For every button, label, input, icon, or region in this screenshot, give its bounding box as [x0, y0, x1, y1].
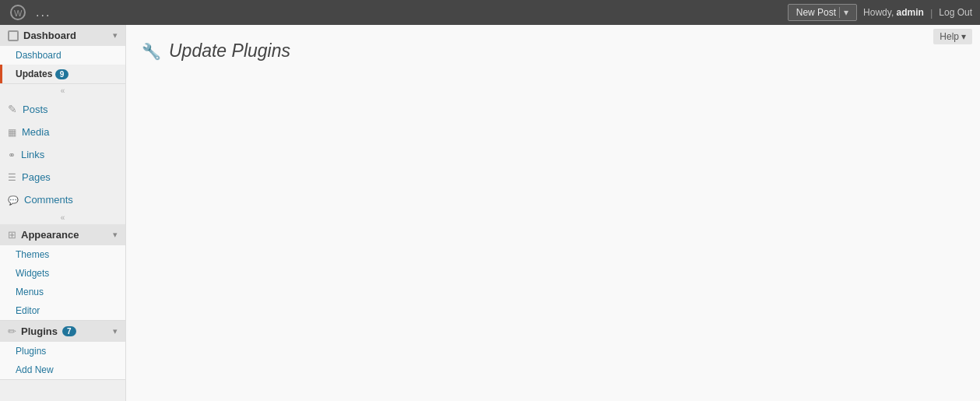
plugins-badge: 7 [62, 326, 76, 336]
add-new-plugin-link[interactable]: Add New [0, 361, 125, 379]
main-content: 🔧 Update Plugins [126, 25, 980, 401]
dashboard-link[interactable]: Dashboard [0, 46, 125, 65]
plugins-icon [8, 325, 16, 337]
logout-link[interactable]: Log Out [939, 7, 972, 18]
dashboard-arrow: ▾ [113, 30, 118, 40]
collapse-arrow-2[interactable]: « [0, 211, 125, 224]
media-menu-item[interactable]: Media [0, 121, 125, 143]
plugins-label: Plugins [21, 325, 58, 337]
plugins-link[interactable]: Plugins [0, 342, 125, 361]
updates-link[interactable]: Updates 9 [0, 65, 125, 83]
username: admin [897, 7, 924, 18]
links-icon [8, 149, 16, 160]
comments-menu-item[interactable]: Comments [0, 188, 125, 211]
media-icon [8, 126, 16, 138]
plugins-menu-header[interactable]: Plugins 7 ▾ [0, 321, 125, 342]
editor-link[interactable]: Editor [0, 301, 125, 320]
appearance-icon [8, 229, 16, 241]
dashboard-section: Dashboard ▾ Dashboard Updates 9 [0, 25, 125, 84]
comments-label: Comments [24, 194, 73, 206]
admin-bar: W ... New Post ▾ Howdy, admin | Log Out [0, 0, 980, 25]
new-post-button[interactable]: New Post ▾ [788, 4, 857, 21]
dashboard-submenu: Dashboard Updates 9 [0, 46, 125, 83]
adminbar-more[interactable]: ... [36, 5, 51, 19]
page-title: Update Plugins [169, 40, 290, 62]
dashboard-menu-header[interactable]: Dashboard ▾ [0, 25, 125, 46]
page-icon: 🔧 [142, 42, 161, 61]
plugins-arrow: ▾ [113, 326, 118, 336]
pages-icon [8, 171, 16, 183]
media-label: Media [22, 126, 49, 138]
separator: | [930, 7, 933, 19]
appearance-label: Appearance [21, 229, 79, 241]
appearance-section: Appearance ▾ Themes Widgets Menus Editor [0, 224, 125, 321]
appearance-arrow: ▾ [113, 230, 118, 240]
help-dropdown-arrow: ▾ [961, 31, 966, 42]
posts-label: Posts [23, 104, 48, 115]
help-button[interactable]: Help ▾ [933, 29, 972, 44]
widgets-link[interactable]: Widgets [0, 264, 125, 283]
svg-text:W: W [14, 9, 23, 18]
posts-icon [8, 103, 17, 115]
dashboard-label: Dashboard [23, 30, 76, 41]
comments-icon [8, 194, 19, 206]
dashboard-icon [8, 30, 19, 41]
pages-menu-item[interactable]: Pages [0, 166, 125, 188]
pages-label: Pages [22, 171, 51, 183]
posts-menu-item[interactable]: Posts [0, 97, 125, 121]
menus-link[interactable]: Menus [0, 283, 125, 301]
collapse-arrow-1[interactable]: « [0, 84, 125, 97]
wp-logo[interactable]: W [8, 2, 28, 23]
admin-menu: Dashboard ▾ Dashboard Updates 9 « Posts … [0, 25, 126, 401]
links-menu-item[interactable]: Links [0, 143, 125, 166]
howdy-text: Howdy, admin [863, 7, 924, 18]
appearance-menu-header[interactable]: Appearance ▾ [0, 224, 125, 245]
themes-link[interactable]: Themes [0, 245, 125, 264]
links-label: Links [21, 149, 44, 160]
appearance-submenu: Themes Widgets Menus Editor [0, 245, 125, 320]
plugins-section: Plugins 7 ▾ Plugins Add New [0, 321, 125, 380]
page-header: 🔧 Update Plugins [142, 40, 964, 62]
new-post-dropdown-arrow[interactable]: ▾ [839, 7, 848, 18]
plugins-submenu: Plugins Add New [0, 342, 125, 379]
updates-badge: 9 [55, 69, 69, 79]
